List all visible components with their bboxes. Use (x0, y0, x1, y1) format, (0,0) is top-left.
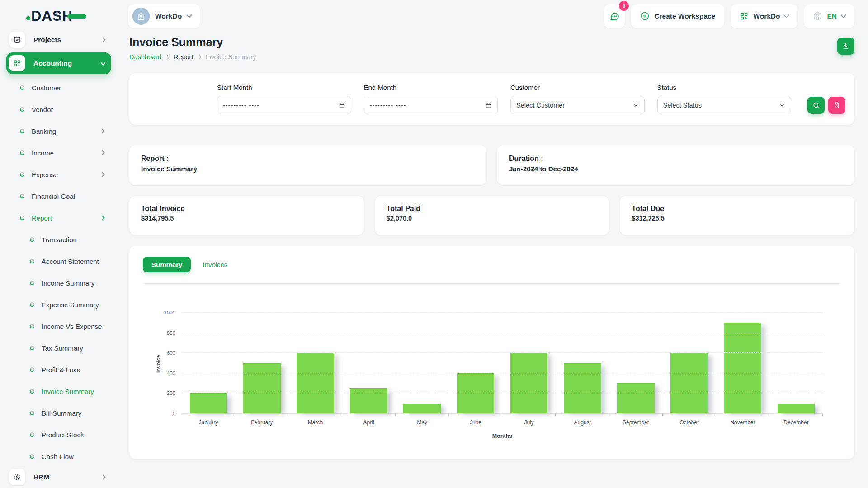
duration-label: Duration : (509, 155, 843, 163)
apply-filter-button[interactable] (807, 97, 825, 114)
bar-slot (663, 313, 716, 413)
bar-slot (769, 313, 823, 413)
workspace-menu-button[interactable]: WorkDo (731, 4, 797, 28)
messages-button[interactable]: 0 (604, 4, 625, 28)
axis-tick (716, 413, 716, 416)
sidebar-item-label: Profit & Loss (42, 366, 80, 374)
x-tick-label: January (182, 419, 235, 426)
gridline (182, 373, 823, 373)
messages-badge: 0 (619, 1, 629, 11)
reset-filter-button[interactable] (828, 97, 845, 114)
sidebar-item-financial-goal[interactable]: Financial Goal (6, 185, 111, 207)
sidebar-item-income-summary[interactable]: Income Summary (6, 272, 111, 294)
bar-slot (288, 313, 342, 413)
chevron-down-icon (632, 102, 639, 108)
sidebar: Projects Accounting CustomerVendorBankin… (0, 30, 116, 488)
logo-dot-icon (26, 16, 30, 20)
language-selector[interactable]: EN (804, 4, 854, 28)
sidebar-item-income[interactable]: Income (6, 142, 111, 164)
sidebar-item-product-stock[interactable]: Product Stock (6, 424, 111, 446)
axis-tick (448, 413, 449, 416)
sidebar-item-label: Product Stock (42, 431, 84, 439)
start-month-label: Start Month (217, 84, 351, 91)
stat-cards: Total Invoice$314,795.5Total Paid$2,070.… (129, 196, 854, 235)
chevron-right-icon (99, 128, 104, 133)
y-tick-label: 200 (167, 390, 175, 396)
sidebar-item-label: Expense (32, 171, 58, 178)
sidebar-item-banking[interactable]: Banking (6, 120, 111, 142)
axis-tick (502, 413, 502, 416)
chevron-right-icon (99, 215, 104, 220)
status-select[interactable]: Select Status (657, 96, 792, 114)
chevron-right-icon (165, 55, 170, 59)
bar-september (617, 383, 655, 413)
y-tick-label: 400 (167, 371, 175, 376)
bar-april (350, 388, 387, 413)
bullet-icon (19, 150, 25, 156)
axis-tick (662, 413, 663, 416)
bar-slot (235, 313, 288, 413)
create-workspace-button[interactable]: Create Workspace (631, 4, 724, 28)
tabs: Summary Invoices (143, 257, 841, 272)
create-workspace-label: Create Workspace (654, 12, 715, 20)
sidebar-item-customer[interactable]: Customer (6, 77, 111, 99)
sidebar-item-account-statement[interactable]: Account Statement (6, 250, 111, 272)
sidebar-item-profit-loss[interactable]: Profit & Loss (6, 359, 111, 380)
bullet-icon (29, 432, 35, 438)
stat-label: Total Paid (387, 205, 598, 213)
download-icon (842, 42, 850, 50)
sidebar-item-vendor[interactable]: Vendor (6, 99, 111, 120)
customer-select[interactable]: Select Customer (510, 96, 645, 114)
sidebar-item-label: Banking (32, 127, 56, 135)
sidebar-item-expense[interactable]: Expense (6, 164, 111, 185)
filter-panel: Start Month --------- ---- End Month ---… (129, 73, 854, 125)
bar-slot (182, 313, 235, 413)
chevron-right-icon (100, 474, 105, 479)
chart-plot: Invoice 02004006008001000 (182, 313, 823, 414)
sidebar-item-cash-flow[interactable]: Cash Flow (6, 446, 111, 467)
workspace-switcher[interactable]: WorkDo (128, 4, 200, 28)
bullet-icon (29, 389, 35, 394)
sidebar-item-invoice-summary[interactable]: Invoice Summary (6, 380, 111, 402)
stat-value: $314,795.5 (141, 215, 352, 222)
axis-tick (822, 413, 823, 416)
tab-invoices[interactable]: Invoices (203, 261, 227, 268)
sidebar-item-hrm[interactable]: HRM (6, 467, 111, 487)
axis-tick (555, 413, 556, 416)
chevron-down-icon (840, 12, 846, 18)
sidebar-item-tax-summary[interactable]: Tax Summary (6, 337, 111, 359)
bullet-icon (19, 172, 25, 178)
report-value: Invoice Summary (141, 165, 475, 173)
end-month-input[interactable]: --------- ---- (364, 96, 498, 114)
sidebar-item-projects[interactable]: Projects (6, 30, 111, 50)
axis-tick (769, 413, 769, 416)
download-button[interactable] (837, 38, 854, 55)
x-tick-label: April (342, 419, 396, 426)
sidebar-item-label: Financial Goal (32, 192, 75, 200)
start-month-input[interactable]: --------- ---- (217, 96, 351, 114)
sidebar-item-label: Tax Summary (42, 344, 83, 352)
breadcrumb-dashboard[interactable]: Dashboard (129, 53, 161, 61)
bullet-icon (29, 367, 35, 373)
sidebar-item-transaction[interactable]: Transaction (6, 229, 111, 250)
stat-card-total-paid: Total Paid$2,070.0 (375, 196, 609, 235)
x-tick-label: October (663, 419, 716, 426)
sidebar-item-label: Income Summary (42, 279, 95, 287)
customer-selected-value: Select Customer (516, 102, 565, 109)
accounting-grid-icon (9, 55, 25, 71)
tab-summary[interactable]: Summary (143, 257, 191, 272)
sidebar-item-income-vs-expense[interactable]: Income Vs Expense (6, 315, 111, 337)
breadcrumb-report[interactable]: Report (174, 53, 193, 61)
sidebar-item-report[interactable]: Report (6, 207, 111, 229)
chevron-down-icon (186, 12, 192, 18)
chart-x-axis-label: Months (182, 433, 823, 439)
sidebar-item-expense-summary[interactable]: Expense Summary (6, 294, 111, 315)
hrm-icon (9, 469, 25, 485)
sidebar-item-bill-summary[interactable]: Bill Summary (6, 402, 111, 424)
sidebar-item-label: Customer (32, 84, 61, 92)
duration-card: Duration : Jan-2024 to Dec-2024 (497, 145, 854, 185)
sidebar-item-accounting[interactable]: Accounting (6, 52, 111, 74)
stat-label: Total Due (632, 205, 843, 213)
end-month-value: --------- ---- (370, 102, 406, 109)
chart-bars (182, 313, 823, 413)
